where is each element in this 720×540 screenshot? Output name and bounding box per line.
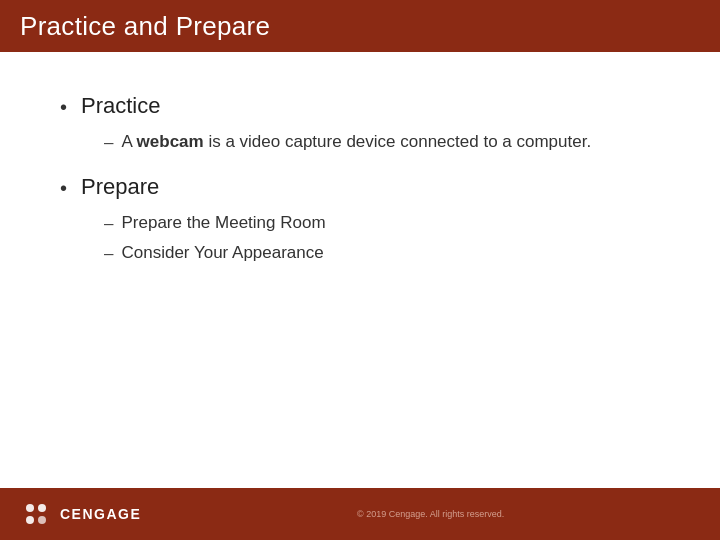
prepare-bullet: • Prepare xyxy=(60,173,660,202)
content-area: • Practice – A webcam is a video capture… xyxy=(0,52,720,488)
slide-container: Practice and Prepare • Practice – A webc… xyxy=(0,0,720,540)
webcam-bold: webcam xyxy=(137,132,204,151)
prepare-label: Prepare xyxy=(81,173,159,202)
meeting-room-text: Prepare the Meeting Room xyxy=(121,210,325,236)
footer-logo: CENGAGE xyxy=(20,498,141,530)
svg-point-2 xyxy=(26,516,34,524)
prepare-section: • Prepare – Prepare the Meeting Room – C… xyxy=(60,173,660,267)
cengage-icon xyxy=(20,498,52,530)
bullet-dot-prepare: • xyxy=(60,175,67,201)
slide-header: Practice and Prepare xyxy=(0,0,720,52)
sub-dash-appearance: – xyxy=(104,241,113,267)
cengage-label: CENGAGE xyxy=(60,506,141,522)
webcam-bullet: – A webcam is a video capture device con… xyxy=(104,129,660,156)
webcam-text: A webcam is a video capture device conne… xyxy=(121,129,591,155)
meeting-room-bullet: – Prepare the Meeting Room xyxy=(104,210,660,237)
practice-sub-bullets: – A webcam is a video capture device con… xyxy=(104,129,660,156)
sub-dash-webcam: – xyxy=(104,130,113,156)
prepare-sub-bullets: – Prepare the Meeting Room – Consider Yo… xyxy=(104,210,660,267)
practice-bullet: • Practice xyxy=(60,92,660,121)
slide-footer: CENGAGE © 2019 Cengage. All rights reser… xyxy=(0,488,720,540)
appearance-text: Consider Your Appearance xyxy=(121,240,323,266)
practice-section: • Practice – A webcam is a video capture… xyxy=(60,92,660,155)
footer-copyright: © 2019 Cengage. All rights reserved. xyxy=(161,509,700,519)
bullet-dot-practice: • xyxy=(60,94,67,120)
svg-point-3 xyxy=(38,516,46,524)
sub-dash-meeting: – xyxy=(104,211,113,237)
practice-label: Practice xyxy=(81,92,160,121)
svg-point-1 xyxy=(38,504,46,512)
appearance-bullet: – Consider Your Appearance xyxy=(104,240,660,267)
slide-title: Practice and Prepare xyxy=(20,11,270,42)
